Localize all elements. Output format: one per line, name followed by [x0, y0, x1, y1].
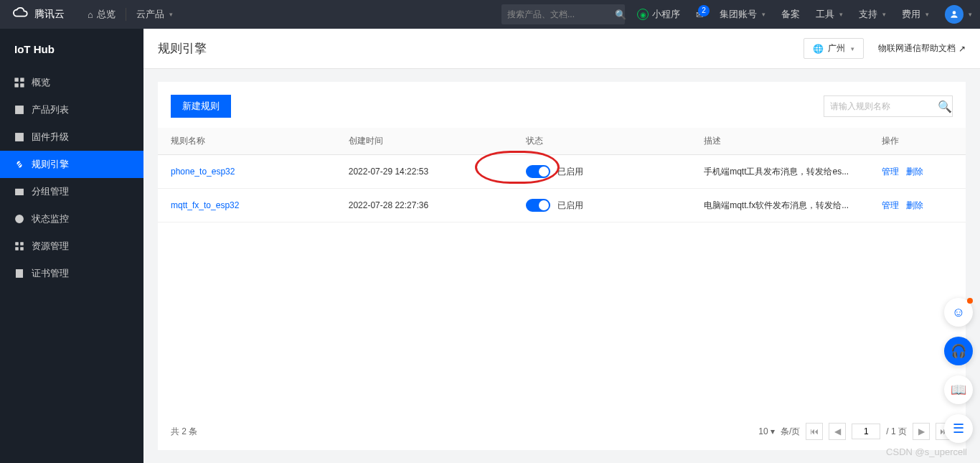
smile-icon: ☺: [952, 305, 965, 320]
svg-rect-1: [15, 78, 18, 81]
col-time: 创建时间: [336, 128, 514, 155]
delete-button[interactable]: 删除: [906, 167, 923, 177]
first-page-button[interactable]: ⏮: [806, 423, 823, 440]
delete-button[interactable]: 删除: [906, 200, 923, 210]
page-input[interactable]: [852, 424, 880, 439]
menu-button[interactable]: ☰: [944, 414, 973, 443]
chevron-down-icon: ▾: [169, 11, 173, 18]
manage-button[interactable]: 管理: [882, 200, 899, 210]
link-icon: [14, 159, 24, 169]
pager: 10 ▾ 条/页 ⏮ ◀ / 1 页 ▶ ⏭: [758, 423, 953, 440]
svg-rect-4: [21, 84, 24, 87]
sidebar-item-status[interactable]: 状态监控: [0, 205, 143, 233]
svg-rect-11: [16, 190, 24, 195]
svg-point-0: [953, 11, 956, 14]
status-toggle[interactable]: [526, 199, 550, 212]
rule-desc: 手机端mqtt工具发布消息，转发给es...: [691, 155, 869, 189]
chevron-down-icon: ▾: [839, 11, 843, 18]
nav-group[interactable]: 集团账号▾: [712, 0, 773, 29]
col-status: 状态: [513, 128, 691, 155]
sidebar-item-groups[interactable]: 分组管理: [0, 178, 143, 205]
chevron-down-icon: ▾: [762, 11, 765, 18]
sidebar-item-rules[interactable]: 规则引擎: [0, 151, 143, 178]
feedback-button[interactable]: ☺: [944, 298, 973, 327]
nav-avatar[interactable]: ▾: [937, 0, 980, 29]
chevron-down-icon: ▾: [925, 11, 929, 18]
help-doc-link[interactable]: 物联网通信帮助文档 ↗: [878, 42, 966, 55]
brand-text: 腾讯云: [34, 8, 65, 21]
search-icon[interactable]: 🔍: [615, 9, 626, 20]
brand[interactable]: 腾讯云: [0, 6, 77, 24]
svg-rect-18: [17, 270, 23, 278]
grid-icon: [14, 78, 24, 88]
sidebar-item-firmware[interactable]: 固件升级: [0, 123, 143, 151]
support-button[interactable]: 🎧: [944, 337, 973, 365]
search-icon[interactable]: 🔍: [938, 100, 952, 113]
rule-search[interactable]: 🔍: [824, 95, 953, 117]
globe-icon: 🌐: [813, 44, 824, 54]
manage-button[interactable]: 管理: [882, 167, 899, 177]
nav-support[interactable]: 支持▾: [851, 0, 894, 29]
next-page-button[interactable]: ▶: [913, 423, 930, 440]
rule-name-link[interactable]: phone_to_esp32: [171, 167, 235, 177]
pulse-icon: [14, 214, 24, 224]
svg-rect-5: [16, 106, 24, 114]
avatar-icon: [945, 5, 963, 24]
folder-icon: [14, 187, 24, 197]
global-search[interactable]: 🔍: [501, 4, 625, 24]
nav-overview[interactable]: ⌂ 总览: [77, 0, 126, 29]
svg-rect-14: [16, 243, 19, 245]
rules-table: 规则名称 创建时间 状态 描述 操作 phone_to_esp32 2022-0…: [158, 128, 966, 223]
rule-desc: 电脑端mqtt.fx软件发布消息，转发给...: [691, 189, 869, 223]
chevron-down-icon: ▾: [969, 11, 972, 18]
chevron-down-icon: ▾: [882, 11, 886, 18]
panel: 新建规则 🔍 规则名称 创建时间 状态 描述 操作: [158, 82, 966, 450]
col-ops: 操作: [869, 128, 966, 155]
col-name: 规则名称: [158, 128, 336, 155]
rule-time: 2022-07-29 14:22:53: [336, 155, 514, 189]
svg-rect-15: [21, 243, 24, 245]
content: 规则引擎 🌐 广州 ▾ 物联网通信帮助文档 ↗ 新建规则 🔍: [143, 29, 980, 463]
nav-tools[interactable]: 工具▾: [808, 0, 851, 29]
nav-mail[interactable]: ✉ 2: [688, 0, 712, 29]
nav-miniapp[interactable]: ◉ 小程序: [629, 0, 688, 29]
search-input[interactable]: [507, 9, 615, 19]
svg-rect-16: [16, 248, 19, 251]
mail-badge: 2: [698, 5, 710, 17]
chevron-down-icon: ▾: [851, 45, 854, 52]
top-right: ◉ 小程序 ✉ 2 集团账号▾ 备案 工具▾ 支持▾ 费用▾ ▾: [629, 0, 980, 29]
svg-rect-2: [21, 78, 24, 81]
col-desc: 描述: [691, 128, 869, 155]
nav-beian[interactable]: 备案: [773, 0, 808, 29]
sidebar-item-products[interactable]: 产品列表: [0, 96, 143, 123]
table-row: phone_to_esp32 2022-07-29 14:22:53 已启用 手…: [158, 155, 966, 189]
rule-name-link[interactable]: mqtt_fx_to_esp32: [171, 200, 239, 210]
book-icon: 📖: [951, 382, 966, 398]
cloud-icon: [13, 6, 29, 24]
status-toggle[interactable]: [526, 165, 550, 178]
rule-search-input[interactable]: [830, 101, 938, 111]
region-select[interactable]: 🌐 广州 ▾: [804, 38, 864, 59]
svg-rect-17: [21, 248, 24, 251]
resource-icon: [14, 241, 24, 251]
page-size-select[interactable]: 10 ▾: [758, 426, 775, 436]
float-buttons: ☺ 🎧 📖 ☰: [944, 298, 973, 443]
sidebar-item-overview[interactable]: 概览: [0, 69, 143, 96]
miniapp-icon: ◉: [637, 9, 649, 20]
nav-products[interactable]: 云产品 ▾: [126, 0, 183, 29]
headset-icon: 🎧: [951, 343, 966, 359]
table-row: mqtt_fx_to_esp32 2022-07-28 22:27:36 已启用…: [158, 189, 966, 223]
toolbar: 新建规则 🔍: [158, 82, 966, 128]
svg-rect-3: [15, 84, 18, 87]
prev-page-button[interactable]: ◀: [829, 423, 846, 440]
menu-icon: ☰: [953, 421, 964, 436]
new-rule-button[interactable]: 新建规则: [171, 95, 231, 118]
rule-time: 2022-07-28 22:27:36: [336, 189, 514, 223]
nav-cost[interactable]: 费用▾: [894, 0, 937, 29]
table-footer: 共 2 条 10 ▾ 条/页 ⏮ ◀ / 1 页 ▶ ⏭: [158, 413, 966, 450]
sidebar-item-resources[interactable]: 资源管理: [0, 233, 143, 260]
sidebar-item-certs[interactable]: 证书管理: [0, 260, 143, 287]
list-icon: [14, 105, 24, 115]
total-count: 共 2 条: [171, 426, 197, 438]
docs-button[interactable]: 📖: [944, 375, 973, 404]
